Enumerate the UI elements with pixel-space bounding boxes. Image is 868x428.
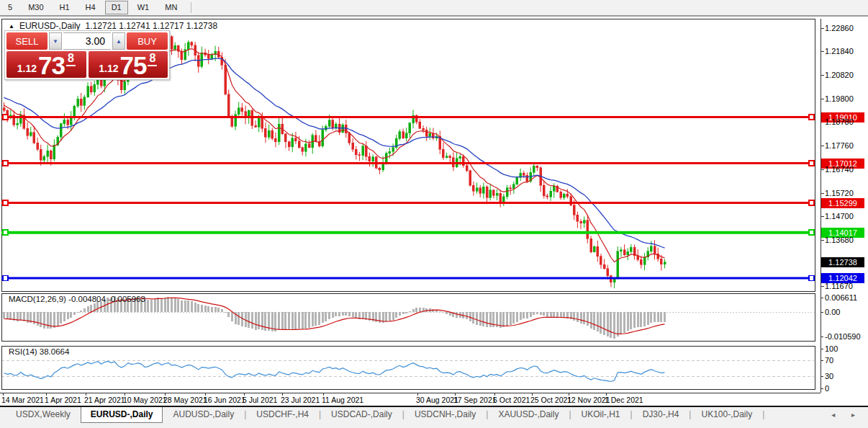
- date-label: 21 Apr 2021: [84, 396, 125, 404]
- chart-ohlc-values: 1.12721 1.12741 1.12717 1.12738: [86, 21, 218, 31]
- date-label: 1 Dec 2021: [605, 396, 643, 404]
- date-label: 11 Aug 2021: [322, 396, 363, 404]
- date-label: 25 Oct 2021: [530, 396, 571, 404]
- macd-axis-label: 0.006611: [825, 293, 857, 302]
- tab-scroll-left-icon[interactable]: ◂: [831, 411, 842, 419]
- sell-button[interactable]: SELL: [6, 32, 48, 50]
- level-line-handle[interactable]: [809, 200, 814, 205]
- level-line-handle[interactable]: [3, 200, 8, 205]
- y-axis-label: 1.22860: [825, 24, 854, 32]
- y-axis-label: 1.17760: [825, 141, 854, 150]
- collapse-chart-icon[interactable]: ▲: [9, 23, 14, 30]
- date-label: 10 May 2021: [123, 396, 167, 404]
- buy-price-tile[interactable]: 1.12 75 8: [89, 51, 168, 78]
- level-line-handle[interactable]: [3, 230, 8, 235]
- date-label: 16 Jun 2021: [204, 396, 245, 404]
- volume-increase-button[interactable]: ▲: [112, 32, 125, 50]
- date-label: 6 Oct 2021: [493, 396, 530, 404]
- tab-divider: |: [762, 407, 764, 422]
- tab-scroll-arrows: ◂ ▸: [831, 411, 862, 419]
- symbol-tab-bar: USDX,WeeklyEURUSD-,DailyAUDUSD-,Daily|US…: [0, 406, 868, 428]
- sell-price-big: 73: [38, 55, 65, 76]
- date-label: 14 Mar 2021: [1, 396, 44, 404]
- tab-usdcnh-daily[interactable]: USDCNH-,Daily: [404, 407, 486, 422]
- y-axis-label: 1.11670: [825, 282, 853, 290]
- tab-audusd-daily[interactable]: AUDUSD-,Daily: [163, 407, 244, 422]
- chart-title: EURUSD-,Daily: [19, 21, 81, 31]
- date-label: 23 Jul 2021: [281, 396, 320, 404]
- tab-ukoil-h1[interactable]: UKOil-,H1: [571, 407, 630, 422]
- bid-price-tag: 1.12738: [821, 257, 864, 267]
- y-axis-label: 1.14700: [825, 212, 854, 220]
- rsi-axis-label: 0: [825, 384, 829, 393]
- level-line-handle[interactable]: [809, 161, 814, 166]
- macd-axis-label: -0.010590: [825, 332, 861, 341]
- buy-price-big: 75: [119, 55, 146, 76]
- tab-usdx-weekly[interactable]: USDX,Weekly: [6, 407, 81, 422]
- chart-header: ▲ EURUSD-,Daily 1.12721 1.12741 1.12717 …: [9, 21, 217, 31]
- tab-uk100-daily[interactable]: UK100-,Daily: [691, 407, 762, 422]
- level-line-handle[interactable]: [809, 115, 814, 120]
- y-axis-label: 1.19800: [825, 94, 854, 103]
- buy-price-pip: 8: [148, 52, 157, 66]
- level-line-handle[interactable]: [3, 161, 8, 166]
- level-line-handle[interactable]: [3, 115, 8, 120]
- volume-input[interactable]: [63, 32, 111, 50]
- tab-xauusd-daily[interactable]: XAUUSD-,Daily: [488, 407, 569, 422]
- price-level-tag-1.15299: 1.15299: [821, 198, 864, 208]
- y-axis-label: 1.16740: [825, 165, 854, 174]
- date-label: 1 Apr 2021: [45, 396, 81, 404]
- date-label: 5 Jul 2021: [243, 396, 277, 404]
- macd-label: MACD(12,26,9) -0.004804 -0.005963: [9, 295, 145, 303]
- volume-decrease-button[interactable]: ▼: [49, 32, 62, 50]
- level-line-handle[interactable]: [809, 276, 814, 281]
- buy-button[interactable]: BUY: [127, 32, 168, 50]
- tab-scroll-right-icon[interactable]: ▸: [851, 411, 862, 419]
- rsi-label: RSI(14) 38.0664: [9, 347, 69, 356]
- rsi-axis-label: 100: [825, 344, 838, 353]
- level-line-handle[interactable]: [809, 230, 814, 235]
- rsi-axis-label: 30: [825, 372, 833, 380]
- mt4-window: 5M30H1H4D1W1MN ▲ EURUSD-,Daily 1.12721 1…: [0, 0, 868, 428]
- tab-eurusd-daily[interactable]: EURUSD-,Daily: [81, 407, 163, 423]
- one-click-trading-panel: SELL ▼ ▲ BUY 1.12 73 8 1.12 75 8: [4, 30, 170, 80]
- tab-dj30-h4[interactable]: DJ30-,H4: [633, 407, 690, 422]
- tab-usdchf-h4[interactable]: USDCHF-,H4: [246, 407, 319, 422]
- buy-price-base: 1.12: [99, 63, 118, 74]
- y-axis-label: 1.21840: [825, 47, 854, 55]
- date-label: 12 Nov 2021: [567, 396, 610, 404]
- sell-price-tile[interactable]: 1.12 73 8: [6, 51, 86, 78]
- date-label: 28 May 2021: [163, 396, 207, 404]
- tab-usdcad-daily[interactable]: USDCAD-,Daily: [321, 407, 402, 422]
- rsi-axis-label: 70: [825, 356, 833, 365]
- macd-axis-label: 0.00: [825, 308, 840, 316]
- y-axis-label: 1.20820: [825, 71, 854, 79]
- date-label: 17 Sep 2021: [453, 396, 497, 404]
- date-label: 30 Aug 2021: [416, 396, 458, 404]
- y-axis-label: 1.13680: [825, 236, 854, 244]
- y-axis-label: 1.15720: [825, 189, 854, 197]
- y-axis-label: 1.18780: [825, 117, 854, 126]
- sell-price-base: 1.12: [17, 63, 37, 74]
- sell-price-pip: 8: [66, 52, 76, 66]
- level-line-handle[interactable]: [3, 276, 8, 281]
